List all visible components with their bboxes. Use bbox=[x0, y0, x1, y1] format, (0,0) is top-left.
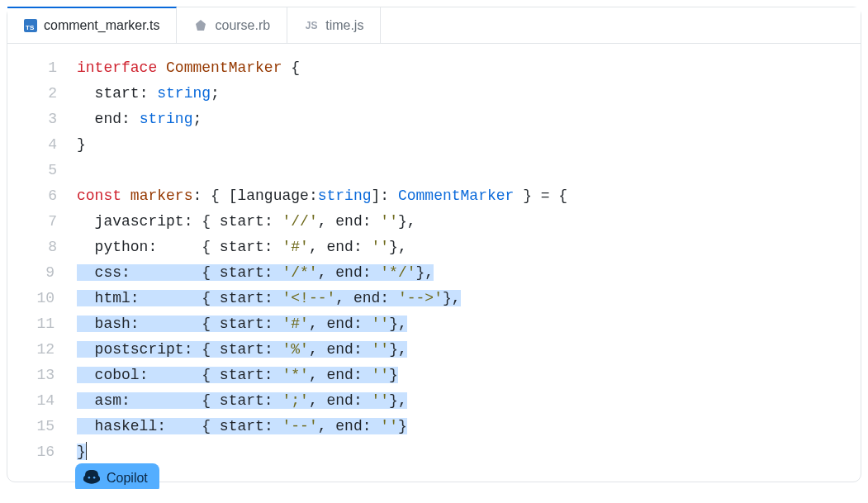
code-line[interactable]: 12 postscript: { start: '%', end: ''}, bbox=[7, 337, 861, 363]
code-line[interactable]: 2 start: string; bbox=[7, 81, 861, 107]
line-number: 14 bbox=[7, 388, 69, 414]
code-content[interactable] bbox=[69, 158, 861, 183]
text-cursor bbox=[86, 442, 87, 460]
code-editor: TScomment_marker.tscourse.rbJStime.js 1i… bbox=[7, 7, 861, 482]
line-number: 3 bbox=[7, 107, 69, 132]
line-number: 11 bbox=[7, 311, 69, 337]
code-content[interactable]: haskell: { start: '--', end: ''} bbox=[69, 414, 861, 439]
line-number: 5 bbox=[7, 158, 69, 183]
code-content[interactable]: css: { start: '/*', end: '*/'}, bbox=[69, 260, 861, 286]
code-content[interactable]: } bbox=[69, 132, 861, 158]
code-line[interactable]: 7 javascript: { start: '//', end: ''}, bbox=[7, 209, 861, 235]
code-line[interactable]: 11 bash: { start: '#', end: ''}, bbox=[7, 311, 861, 337]
code-area[interactable]: 1interface CommentMarker {2 start: strin… bbox=[7, 44, 861, 482]
line-number: 7 bbox=[7, 209, 69, 235]
line-number: 16 bbox=[7, 439, 69, 465]
line-number: 13 bbox=[7, 363, 69, 388]
ruby-icon bbox=[193, 18, 208, 33]
code-line[interactable]: 13 cobol: { start: '*', end: ''} bbox=[7, 363, 861, 388]
line-number: 12 bbox=[7, 337, 69, 363]
code-line[interactable]: 5 bbox=[7, 158, 861, 183]
code-line[interactable]: 8 python: { start: '#', end: ''}, bbox=[7, 235, 861, 260]
line-number: 2 bbox=[7, 81, 69, 107]
code-line[interactable]: 1interface CommentMarker { bbox=[7, 55, 861, 81]
code-line[interactable]: 3 end: string; bbox=[7, 107, 861, 132]
copilot-icon bbox=[83, 468, 100, 488]
code-content[interactable]: python: { start: '#', end: ''}, bbox=[69, 235, 861, 260]
code-content[interactable]: } bbox=[69, 439, 861, 465]
tab-course-rb[interactable]: course.rb bbox=[177, 7, 287, 43]
tab-time-js[interactable]: JStime.js bbox=[287, 7, 381, 43]
code-line[interactable]: 9 css: { start: '/*', end: '*/'}, bbox=[7, 260, 861, 286]
code-content[interactable]: bash: { start: '#', end: ''}, bbox=[69, 311, 861, 337]
code-line[interactable]: 15 haskell: { start: '--', end: ''} bbox=[7, 414, 861, 439]
code-line[interactable]: 16} bbox=[7, 439, 861, 465]
code-content[interactable]: interface CommentMarker { bbox=[69, 55, 861, 81]
code-line[interactable]: 4} bbox=[7, 132, 861, 158]
line-number: 4 bbox=[7, 132, 69, 158]
svg-point-0 bbox=[88, 477, 91, 479]
line-number: 6 bbox=[7, 183, 69, 209]
typescript-icon: TS bbox=[24, 19, 37, 32]
tab-label: comment_marker.ts bbox=[44, 18, 159, 33]
code-line[interactable]: 10 html: { start: '<!--', end: '-->'}, bbox=[7, 286, 861, 311]
code-content[interactable]: const markers: { [language:string]: Comm… bbox=[69, 183, 861, 209]
code-content[interactable]: cobol: { start: '*', end: ''} bbox=[69, 363, 861, 388]
code-content[interactable]: end: string; bbox=[69, 107, 861, 132]
code-content[interactable]: html: { start: '<!--', end: '-->'}, bbox=[69, 286, 861, 311]
line-number: 1 bbox=[7, 55, 69, 81]
copilot-label: Copilot bbox=[107, 471, 148, 486]
tab-label: course.rb bbox=[215, 18, 270, 33]
tab-label: time.js bbox=[325, 18, 363, 33]
tabs-bar: TScomment_marker.tscourse.rbJStime.js bbox=[7, 7, 861, 44]
copilot-badge[interactable]: Copilot bbox=[75, 463, 159, 489]
line-number: 10 bbox=[7, 286, 69, 311]
line-number: 9 bbox=[7, 260, 69, 286]
line-number: 8 bbox=[7, 235, 69, 260]
code-content[interactable]: start: string; bbox=[69, 81, 861, 107]
tab-comment_marker-ts[interactable]: TScomment_marker.ts bbox=[7, 7, 177, 43]
code-content[interactable]: asm: { start: ';', end: ''}, bbox=[69, 388, 861, 414]
line-number: 15 bbox=[7, 414, 69, 439]
code-content[interactable]: javascript: { start: '//', end: ''}, bbox=[69, 209, 861, 235]
svg-point-1 bbox=[93, 477, 96, 479]
code-line[interactable]: 6const markers: { [language:string]: Com… bbox=[7, 183, 861, 209]
javascript-icon: JS bbox=[304, 18, 319, 33]
code-line[interactable]: 14 asm: { start: ';', end: ''}, bbox=[7, 388, 861, 414]
code-content[interactable]: postscript: { start: '%', end: ''}, bbox=[69, 337, 861, 363]
